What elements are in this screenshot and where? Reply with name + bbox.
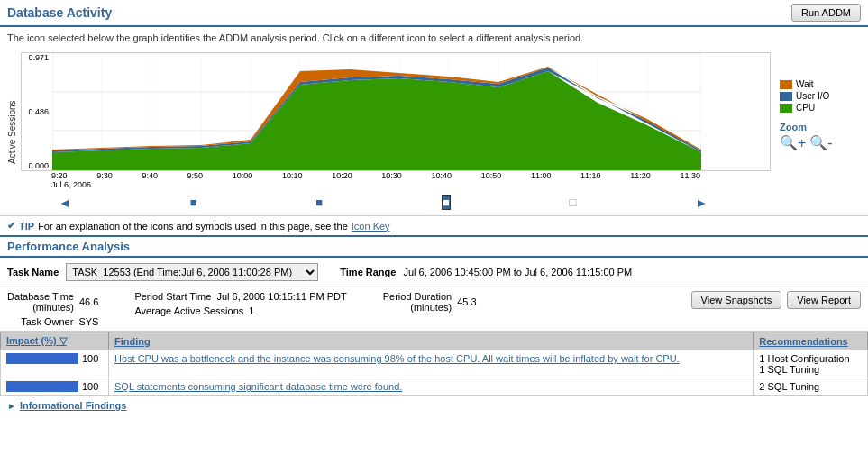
period-start-value: Jul 6, 2006 10:15:11 PM PDT bbox=[216, 291, 346, 302]
table-row: 100 Host CPU was a bottleneck and the in… bbox=[1, 350, 868, 378]
snapshot-marker-3[interactable]: ■ bbox=[442, 195, 451, 210]
y-tick-bot: 0.000 bbox=[22, 161, 49, 170]
finding-link-2[interactable]: SQL statements consuming significant dat… bbox=[114, 381, 402, 392]
zoom-section: Zoom 🔍+ 🔍- bbox=[780, 122, 861, 151]
snapshot-icons[interactable]: ◄ ■ ■ ■ □ ► bbox=[59, 195, 708, 210]
avg-active-value: 1 bbox=[249, 305, 254, 316]
impact-cell-2: 100 bbox=[1, 378, 109, 396]
legend-cpu-label: CPU bbox=[796, 103, 815, 113]
chart-container: Active Sessions 0.971 0.486 0.000 bbox=[0, 49, 868, 215]
zoom-out-button[interactable]: 🔍- bbox=[809, 134, 832, 151]
impact-cell-1: 100 bbox=[1, 350, 109, 378]
db-time-label: Database Time(minutes) bbox=[7, 291, 74, 313]
finding-link-1[interactable]: Host CPU was a bottleneck and the instan… bbox=[114, 353, 680, 364]
avg-active-row: Average Active Sessions 1 bbox=[134, 305, 346, 316]
zoom-icons[interactable]: 🔍+ 🔍- bbox=[780, 134, 861, 151]
task-owner-value: SYS bbox=[78, 316, 98, 327]
finding-cell-1: Host CPU was a bottleneck and the instan… bbox=[109, 350, 754, 378]
task-select[interactable]: TASK_12553 (End Time:Jul 6, 2006 11:00:2… bbox=[66, 263, 318, 281]
col-finding: Finding bbox=[109, 332, 754, 350]
impact-sort-link[interactable]: Impact (%) ▽ bbox=[6, 335, 67, 346]
chart-svg-area: 0.971 0.486 0.000 bbox=[21, 52, 861, 171]
info-triangle-icon: ► bbox=[7, 401, 16, 411]
zoom-label: Zoom bbox=[780, 122, 861, 132]
page-title: Database Activity bbox=[7, 5, 112, 20]
legend-userio: User I/O bbox=[780, 91, 861, 101]
time-range-label: Time Range bbox=[340, 267, 396, 277]
perf-detail-left: Database Time(minutes) 46.6 Task Owner S… bbox=[7, 291, 691, 327]
x-axis-date: Jul 6, 2006 bbox=[51, 180, 861, 189]
rec-header-link[interactable]: Recommendations bbox=[759, 336, 847, 347]
info-findings: ► Informational Findings bbox=[0, 396, 868, 414]
x-label-7: 10:30 bbox=[381, 171, 402, 180]
x-label-2: 9:40 bbox=[142, 171, 158, 180]
description-text: The icon selected below the graph identi… bbox=[0, 27, 868, 49]
x-label-10: 11:00 bbox=[531, 171, 552, 180]
tip-label: TIP bbox=[19, 221, 34, 232]
snapshot-row: ◄ ■ ■ ■ □ ► bbox=[21, 193, 861, 212]
prev-snapshot-icon[interactable]: ◄ bbox=[59, 196, 71, 210]
tip-icon: ✔ bbox=[7, 220, 15, 232]
tip-text: For an explanation of the icons and symb… bbox=[38, 221, 348, 232]
snapshot-marker-1[interactable]: ■ bbox=[190, 196, 197, 209]
chart-wrapper: 0.971 0.486 0.000 bbox=[21, 52, 861, 212]
legend-userio-label: User I/O bbox=[796, 91, 829, 101]
userio-color-box bbox=[780, 92, 792, 101]
period-duration-label: Period Duration(minutes) bbox=[383, 291, 452, 313]
info-findings-link[interactable]: Informational Findings bbox=[20, 400, 127, 411]
task-owner-row: Task Owner SYS bbox=[21, 316, 98, 327]
x-label-6: 10:20 bbox=[332, 171, 352, 180]
snapshot-marker-4[interactable]: □ bbox=[570, 196, 577, 209]
perf-header: Performance Analysis bbox=[0, 235, 868, 258]
impact-bar-2 bbox=[6, 381, 78, 392]
period-duration-value: 45.3 bbox=[457, 296, 476, 307]
x-label-1: 9:30 bbox=[96, 171, 113, 180]
y-tick-mid: 0.486 bbox=[22, 107, 49, 116]
finding-header-link[interactable]: Finding bbox=[114, 336, 151, 347]
col-recommendations: Recommendations bbox=[754, 332, 868, 350]
y-ticks: 0.971 0.486 0.000 bbox=[22, 53, 52, 170]
wait-color-box bbox=[780, 80, 792, 89]
duration-row: Period Duration(minutes) 45.3 bbox=[383, 291, 477, 313]
view-snapshots-button[interactable]: View Snapshots bbox=[691, 291, 782, 309]
finding-cell-2: SQL statements consuming significant dat… bbox=[109, 378, 754, 396]
view-report-button[interactable]: View Report bbox=[787, 291, 861, 309]
page-header: Database Activity Run ADDM bbox=[0, 0, 868, 27]
snapshot-marker-2[interactable]: ■ bbox=[315, 196, 323, 209]
db-time-value: 46.6 bbox=[79, 296, 98, 307]
zoom-in-button[interactable]: 🔍+ bbox=[780, 134, 806, 151]
table-row: 100 SQL statements consuming significant… bbox=[1, 378, 868, 396]
task-label: Task Name bbox=[7, 267, 59, 277]
x-label-9: 10:50 bbox=[481, 171, 502, 180]
period-start-row: Period Start Time Jul 6, 2006 10:15:11 P… bbox=[134, 291, 346, 302]
findings-table: Impact (%) ▽ Finding Recommendations 100… bbox=[0, 332, 868, 396]
x-label-13: 11:30 bbox=[680, 171, 700, 180]
tip-section: ✔ TIP For an explanation of the icons an… bbox=[0, 215, 868, 235]
run-addm-button[interactable]: Run ADDM bbox=[791, 4, 861, 22]
rec-1-1: 1 Host Configuration bbox=[759, 353, 862, 364]
rec-cell-2: 2 SQL Tuning bbox=[754, 378, 868, 396]
period-start-label: Period Start Time bbox=[134, 291, 211, 302]
x-label-4: 10:00 bbox=[233, 171, 253, 180]
detail-row-1: Database Time(minutes) 46.6 Task Owner S… bbox=[7, 291, 691, 327]
x-label-8: 10:40 bbox=[432, 171, 452, 180]
chart-legend-zoom: Wait User I/O CPU Zoom 🔍+ 🔍- bbox=[780, 52, 861, 151]
next-snapshot-icon[interactable]: ► bbox=[695, 196, 708, 210]
x-label-12: 11:20 bbox=[630, 171, 651, 180]
y-tick-top: 0.971 bbox=[22, 53, 49, 62]
rec-1-2: 1 SQL Tuning bbox=[759, 364, 862, 375]
duration-group: Period Duration(minutes) 45.3 bbox=[383, 291, 477, 313]
perf-title: Performance Analysis bbox=[7, 240, 130, 253]
rec-cell-1: 1 Host Configuration 1 SQL Tuning bbox=[754, 350, 868, 378]
perf-details: Database Time(minutes) 46.6 Task Owner S… bbox=[0, 287, 868, 332]
impact-num-2: 100 bbox=[82, 381, 98, 392]
cpu-color-box bbox=[780, 104, 792, 113]
x-label-11: 11:10 bbox=[580, 171, 601, 180]
icon-key-link[interactable]: Icon Key bbox=[352, 221, 390, 232]
table-header-row: Impact (%) ▽ Finding Recommendations bbox=[1, 332, 868, 350]
chart-svg bbox=[52, 53, 701, 170]
db-time-group: Database Time(minutes) 46.6 Task Owner S… bbox=[7, 291, 98, 327]
db-time-row: Database Time(minutes) 46.6 bbox=[7, 291, 98, 313]
x-label-3: 9:50 bbox=[187, 171, 204, 180]
x-axis-labels: 9:20 9:30 9:40 9:50 10:00 10:10 10:20 10… bbox=[51, 171, 700, 180]
